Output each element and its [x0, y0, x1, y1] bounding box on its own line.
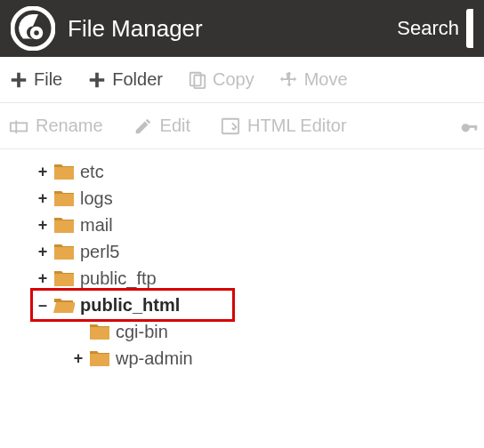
tree-item-cgi-bin[interactable]: cgi-bin — [71, 318, 484, 345]
expand-icon[interactable]: + — [71, 350, 85, 366]
html-editor-label: HTML Editor — [247, 116, 347, 136]
folder-icon — [89, 349, 110, 367]
svg-rect-4 — [11, 123, 27, 131]
new-file-label: File — [34, 69, 62, 90]
move-icon — [279, 70, 299, 90]
folder-icon — [53, 269, 75, 287]
expand-icon[interactable]: + — [36, 190, 50, 206]
rename-label: Rename — [36, 116, 103, 136]
tree-item-public-html[interactable]: –public_html — [36, 292, 484, 318]
new-folder-label: Folder — [112, 69, 163, 90]
svg-rect-9 — [474, 125, 477, 131]
html-editor-button[interactable]: HTML Editor — [221, 116, 347, 136]
folder-label: perl5 — [80, 243, 119, 260]
new-file-button[interactable]: File — [9, 69, 62, 90]
edit-label: Edit — [160, 116, 190, 136]
rename-button[interactable]: Rename — [9, 116, 103, 136]
file-tree: +etc+logs+mail+perl5+public_ftp–public_h… — [0, 149, 484, 372]
tree-item-perl5[interactable]: +perl5 — [36, 238, 484, 265]
folder-icon — [53, 296, 75, 314]
move-button[interactable]: Move — [279, 69, 348, 90]
expand-icon[interactable]: + — [36, 217, 50, 233]
edit-button[interactable]: Edit — [133, 116, 190, 136]
toolbar-secondary: Rename Edit HTML Editor — [0, 103, 484, 149]
folder-label: wp-admin — [116, 349, 193, 367]
copy-icon — [188, 70, 207, 90]
pencil-icon — [133, 116, 153, 136]
folder-icon — [53, 163, 75, 180]
move-label: Move — [304, 69, 348, 90]
folder-icon — [53, 243, 75, 260]
expand-icon[interactable]: + — [36, 270, 50, 286]
folder-label: public_ftp — [80, 269, 157, 287]
expand-icon[interactable]: + — [36, 164, 50, 180]
folder-icon — [53, 189, 75, 207]
tree-item-public-ftp[interactable]: +public_ftp — [36, 265, 484, 292]
plus-icon — [87, 70, 107, 90]
tree-item-logs[interactable]: +logs — [36, 185, 484, 212]
svg-point-1 — [32, 28, 41, 37]
folder-icon — [53, 216, 75, 234]
tree-item-mail[interactable]: +mail — [36, 212, 484, 238]
key-icon — [459, 116, 479, 136]
search-input[interactable] — [466, 9, 473, 48]
folder-label: logs — [80, 189, 113, 207]
file-tree-container: +etc+logs+mail+perl5+public_ftp–public_h… — [0, 149, 484, 372]
cpanel-logo-icon — [11, 6, 55, 51]
app-header: File Manager Search — [0, 0, 484, 57]
folder-icon — [89, 323, 110, 340]
folder-label: etc — [80, 163, 104, 180]
folder-label: public_html — [80, 296, 180, 314]
expand-icon[interactable]: + — [36, 244, 50, 260]
html-editor-icon — [221, 116, 240, 136]
rename-icon — [9, 116, 28, 136]
new-folder-button[interactable]: Folder — [87, 69, 163, 90]
tree-item-etc[interactable]: +etc — [36, 158, 484, 185]
svg-point-7 — [462, 124, 470, 132]
permissions-button[interactable] — [459, 116, 479, 136]
collapse-icon[interactable]: – — [36, 297, 50, 313]
tree-item-wp-admin[interactable]: +wp-admin — [71, 345, 484, 372]
copy-label: Copy — [213, 69, 254, 90]
folder-label: mail — [80, 216, 113, 234]
app-title: File Manager — [68, 15, 397, 43]
toolbar-primary: File Folder Copy Move — [0, 57, 484, 103]
plus-icon — [9, 70, 28, 90]
search-label[interactable]: Search — [397, 17, 459, 40]
folder-label: cgi-bin — [116, 323, 168, 340]
copy-button[interactable]: Copy — [188, 69, 254, 90]
